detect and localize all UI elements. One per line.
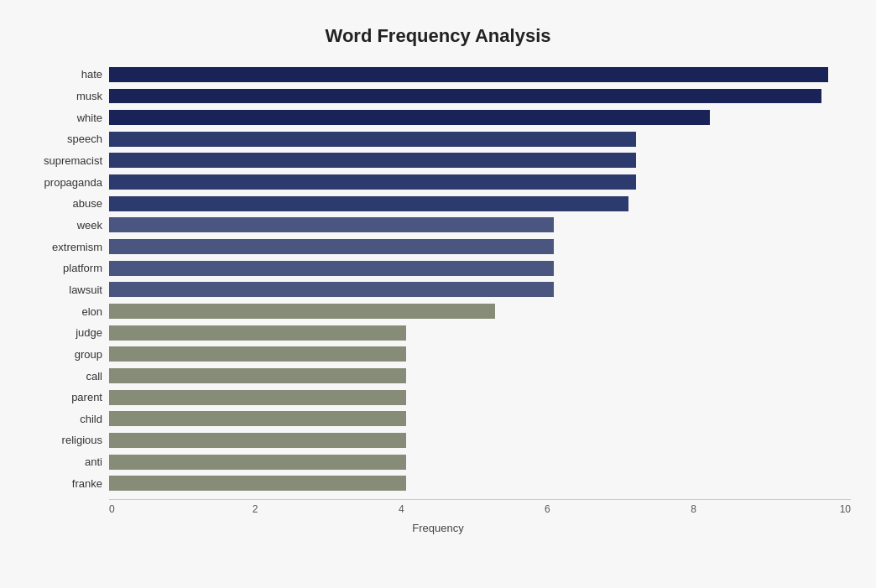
bar-fill bbox=[109, 153, 636, 168]
bar-track bbox=[109, 110, 851, 125]
bar-row: week bbox=[25, 215, 851, 237]
x-tick: 8 bbox=[691, 503, 696, 515]
x-tick: 2 bbox=[253, 503, 258, 515]
bar-label: white bbox=[25, 112, 109, 124]
bar-track bbox=[109, 282, 851, 297]
bar-fill bbox=[109, 67, 828, 82]
bar-track bbox=[109, 217, 851, 232]
x-axis-ticks: 0246810 bbox=[109, 499, 851, 515]
bar-label: musk bbox=[25, 90, 109, 102]
bar-fill bbox=[109, 239, 554, 254]
bar-label: call bbox=[25, 370, 109, 382]
bar-row: franke bbox=[25, 472, 851, 494]
x-axis-label: Frequency bbox=[25, 522, 851, 534]
bar-row: hate bbox=[25, 64, 851, 86]
bar-fill bbox=[109, 132, 636, 147]
bar-row: white bbox=[25, 107, 851, 128]
bar-fill bbox=[109, 476, 406, 491]
bar-label: religious bbox=[25, 434, 109, 446]
bar-row: group bbox=[25, 344, 851, 366]
bar-track bbox=[109, 67, 851, 82]
bars-section: hatemuskwhitespeechsupremacistpropaganda… bbox=[25, 64, 851, 494]
bar-row: religious bbox=[25, 429, 851, 451]
bar-row: speech bbox=[25, 128, 851, 150]
bar-track bbox=[109, 261, 851, 276]
x-tick: 10 bbox=[840, 503, 851, 515]
x-tick: 6 bbox=[545, 503, 550, 515]
bar-track bbox=[109, 346, 851, 362]
bar-fill bbox=[109, 411, 406, 426]
bar-label: speech bbox=[25, 133, 109, 145]
bar-label: franke bbox=[25, 477, 109, 490]
bar-label: anti bbox=[25, 455, 109, 468]
bar-track bbox=[109, 196, 851, 211]
bar-row: judge bbox=[25, 322, 851, 344]
bar-row: call bbox=[25, 365, 851, 387]
bar-track bbox=[109, 304, 851, 319]
chart-container: Word Frequency Analysis hatemuskwhitespe… bbox=[8, 8, 868, 588]
bar-track bbox=[109, 476, 851, 491]
bar-label: judge bbox=[25, 326, 109, 339]
bar-label: group bbox=[25, 348, 109, 361]
x-tick: 4 bbox=[399, 503, 404, 515]
bar-track bbox=[109, 455, 851, 470]
bar-fill bbox=[109, 89, 821, 104]
bar-fill bbox=[109, 346, 406, 362]
bar-track bbox=[109, 132, 851, 147]
bar-fill bbox=[109, 174, 636, 190]
bar-label: week bbox=[25, 219, 109, 232]
bar-row: supremacist bbox=[25, 150, 851, 172]
bar-track bbox=[109, 411, 851, 426]
bar-label: lawsuit bbox=[25, 284, 109, 296]
bar-fill bbox=[109, 196, 628, 211]
bar-label: supremacist bbox=[25, 154, 109, 167]
bar-label: child bbox=[25, 413, 109, 425]
bar-fill bbox=[109, 390, 406, 405]
bar-track bbox=[109, 325, 851, 341]
chart-area: hatemuskwhitespeechsupremacistpropaganda… bbox=[25, 64, 851, 534]
bar-fill bbox=[109, 261, 554, 276]
bar-row: propaganda bbox=[25, 171, 851, 193]
bar-track bbox=[109, 89, 851, 104]
bar-track bbox=[109, 174, 851, 190]
bar-label: hate bbox=[25, 68, 109, 81]
bar-label: extremism bbox=[25, 241, 109, 253]
bar-row: parent bbox=[25, 387, 851, 408]
bar-fill bbox=[109, 455, 406, 470]
bar-row: elon bbox=[25, 300, 851, 322]
bar-fill bbox=[109, 282, 554, 297]
bar-row: platform bbox=[25, 258, 851, 279]
bar-label: propaganda bbox=[25, 176, 109, 189]
bar-row: anti bbox=[25, 451, 851, 473]
x-axis-area: 0246810 bbox=[25, 499, 851, 515]
bar-fill bbox=[109, 368, 406, 383]
bar-track bbox=[109, 390, 851, 405]
bar-track bbox=[109, 239, 851, 254]
bar-row: abuse bbox=[25, 193, 851, 215]
bar-track bbox=[109, 368, 851, 383]
bar-track bbox=[109, 433, 851, 448]
bar-fill bbox=[109, 433, 406, 448]
bar-row: child bbox=[25, 408, 851, 430]
bar-label: abuse bbox=[25, 197, 109, 210]
bar-fill bbox=[109, 217, 554, 232]
bar-label: elon bbox=[25, 305, 109, 318]
chart-title: Word Frequency Analysis bbox=[25, 25, 851, 47]
bar-fill bbox=[109, 325, 406, 341]
x-tick: 0 bbox=[109, 503, 115, 515]
bar-track bbox=[109, 153, 851, 168]
bar-fill bbox=[109, 110, 710, 125]
bar-label: parent bbox=[25, 391, 109, 403]
bar-row: musk bbox=[25, 86, 851, 107]
bar-fill bbox=[109, 304, 495, 319]
bar-label: platform bbox=[25, 262, 109, 274]
bar-row: lawsuit bbox=[25, 279, 851, 301]
bar-row: extremism bbox=[25, 236, 851, 258]
